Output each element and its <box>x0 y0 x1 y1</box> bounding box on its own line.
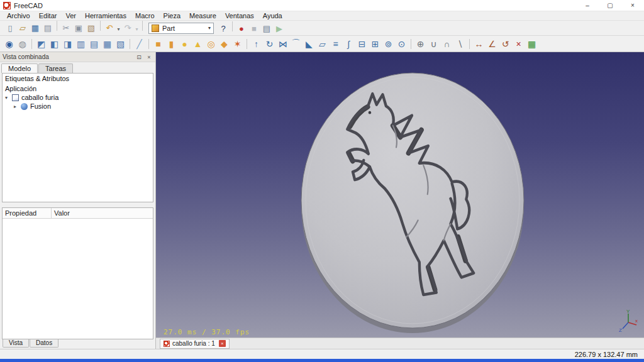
view-front-icon[interactable]: ◧ <box>48 38 61 50</box>
measure-toggle-all-icon[interactable]: ▦ <box>525 38 538 50</box>
fillet-icon[interactable]: ⌒ <box>289 38 303 50</box>
tree-root-application[interactable]: Aplicación <box>3 84 153 93</box>
menu-item[interactable]: Herramientas <box>80 12 131 19</box>
document-tab[interactable]: caballo furia : 1 × <box>160 339 230 349</box>
section-icon[interactable]: ⊟ <box>355 38 369 50</box>
boolean-compound-icon[interactable]: ⊕ <box>414 38 427 50</box>
paste-icon[interactable]: ▧ <box>85 21 97 34</box>
axis-indicator: Y x Z <box>618 309 639 332</box>
primitive-cone-icon[interactable]: ▲ <box>191 38 204 50</box>
primitive-cylinder-icon[interactable]: ▮ <box>165 38 178 50</box>
create-primitives-icon[interactable]: ◆ <box>218 38 231 50</box>
menu-item[interactable]: Measure <box>185 12 221 19</box>
primitive-sphere-icon[interactable]: ● <box>178 38 191 50</box>
measure-refresh-icon[interactable]: ↺ <box>499 38 512 50</box>
revolve-icon[interactable]: ↻ <box>263 38 276 50</box>
view-isometric-icon[interactable]: ◩ <box>35 38 48 50</box>
menu-item[interactable]: Archivo <box>3 12 35 19</box>
freecad-window: FreeCAD – ▢ × ArchivoEditarVerHerramient… <box>0 0 644 362</box>
property-body <box>3 219 153 339</box>
copy-icon[interactable]: ▣ <box>72 21 85 34</box>
redo-dropdown-icon[interactable]: ▾ <box>134 23 140 35</box>
document-icon <box>12 94 19 101</box>
close-button[interactable]: × <box>621 0 644 11</box>
caret-down-icon[interactable]: ▾ <box>5 95 12 101</box>
sweep-icon[interactable]: ∫ <box>342 38 355 50</box>
3d-scene[interactable] <box>156 52 644 337</box>
3d-viewport[interactable]: 27.0 ms / 37.0 fps Y x Z <box>156 52 644 337</box>
boolean-common-icon[interactable]: ∩ <box>440 38 453 50</box>
cut-icon[interactable]: ✂ <box>60 21 72 34</box>
status-bar: 226.79 x 132.47 mm <box>0 349 644 359</box>
close-panel-icon[interactable]: × <box>145 53 153 61</box>
menu-item[interactable]: Ver <box>61 12 80 19</box>
tree-item-fusion[interactable]: ▸ Fusion <box>3 102 153 111</box>
view-fit-all-icon[interactable]: ◉ <box>3 38 16 50</box>
tab-tareas[interactable]: Tareas <box>38 63 73 73</box>
workbench-selector[interactable]: Part ▾ <box>148 23 214 34</box>
menu-item[interactable]: Editar <box>35 12 62 19</box>
document-tab-bar: caballo furia : 1 × <box>156 337 644 349</box>
fps-counter: 27.0 ms / 37.0 fps <box>164 328 250 336</box>
open-folder-icon[interactable]: ▱ <box>16 21 29 34</box>
minimize-button[interactable]: – <box>576 0 599 11</box>
loft-icon[interactable]: ≡ <box>329 38 342 50</box>
disc-model[interactable] <box>301 73 524 328</box>
draw-style-icon[interactable]: ◍ <box>16 38 29 50</box>
tab-modelo[interactable]: Modelo <box>1 63 38 73</box>
taskbar-edge <box>0 359 644 362</box>
shape-builder-icon[interactable]: ✶ <box>231 38 244 50</box>
mirror-icon[interactable]: ⋈ <box>276 38 289 50</box>
property-editor: Propiedad Valor <box>2 207 153 339</box>
cross-sections-icon[interactable]: ⊞ <box>369 38 382 50</box>
view-right-icon[interactable]: ▥ <box>74 38 87 50</box>
panel-title: Vista combinada <box>3 53 49 60</box>
tree-item-document[interactable]: ▾ caballo furia <box>3 93 153 102</box>
macro-edit-icon[interactable]: ▤ <box>260 22 273 35</box>
redo-icon[interactable]: ↷ <box>121 21 134 34</box>
chamfer-icon[interactable]: ◣ <box>303 38 316 50</box>
tab-datos[interactable]: Datos <box>30 339 58 348</box>
measure-clear-all-icon[interactable]: × <box>512 38 525 50</box>
view-left-icon[interactable]: ▧ <box>114 38 127 50</box>
measure-linear-icon[interactable]: ↔ <box>472 38 486 50</box>
view-rear-icon[interactable]: ▤ <box>87 38 101 50</box>
caret-right-icon[interactable]: ▸ <box>14 104 21 109</box>
fusion-icon <box>21 103 28 110</box>
close-tab-icon[interactable]: × <box>219 340 226 347</box>
property-column-value[interactable]: Valor <box>52 208 72 218</box>
extrude-icon[interactable]: ↑ <box>250 38 263 50</box>
float-panel-icon[interactable]: ⊡ <box>135 53 143 61</box>
menu-item[interactable]: Macro <box>131 12 159 19</box>
file-toolbar: ▯▱▦▤✂▣▧↶▾↷▾ Part ▾ ?●■▤▶ <box>0 20 644 35</box>
boolean-cut-icon[interactable]: ∖ <box>453 38 467 50</box>
undo-dropdown-icon[interactable]: ▾ <box>116 23 121 35</box>
save-icon[interactable]: ▦ <box>29 21 42 34</box>
chevron-down-icon: ▾ <box>208 25 211 31</box>
tab-vista[interactable]: Vista <box>3 339 29 348</box>
primitive-torus-icon[interactable]: ◎ <box>204 38 218 50</box>
property-column-name[interactable]: Propiedad <box>3 208 52 218</box>
undo-icon[interactable]: ↶ <box>103 21 116 34</box>
macro-stop-icon[interactable]: ■ <box>248 22 260 35</box>
macro-play-icon[interactable]: ▶ <box>273 22 286 35</box>
view-bottom-icon[interactable]: ▦ <box>101 38 114 50</box>
measure-angular-icon[interactable]: ∠ <box>486 38 499 50</box>
ruled-surface-icon[interactable]: ▱ <box>316 38 329 50</box>
new-document-icon[interactable]: ▯ <box>4 21 16 34</box>
maximize-button[interactable]: ▢ <box>599 0 621 11</box>
menu-item[interactable]: Pieza <box>159 12 186 19</box>
menu-item[interactable]: Ventanas <box>221 12 258 19</box>
view-top-icon[interactable]: ◨ <box>61 38 74 50</box>
thickness-icon[interactable]: ⊙ <box>395 38 408 50</box>
primitive-box-icon[interactable]: ■ <box>152 38 165 50</box>
print-icon[interactable]: ▤ <box>42 21 54 34</box>
macro-record-icon[interactable]: ● <box>235 22 248 35</box>
offset-icon[interactable]: ⊚ <box>382 38 395 50</box>
menu-item[interactable]: Ayuda <box>258 12 287 19</box>
toolbar-separator <box>142 21 143 31</box>
whats-this-icon[interactable]: ? <box>217 22 230 35</box>
toolbar-separator <box>130 39 130 49</box>
measure-tool-icon[interactable]: ╱ <box>133 38 146 50</box>
boolean-union-icon[interactable]: ∪ <box>427 38 440 50</box>
